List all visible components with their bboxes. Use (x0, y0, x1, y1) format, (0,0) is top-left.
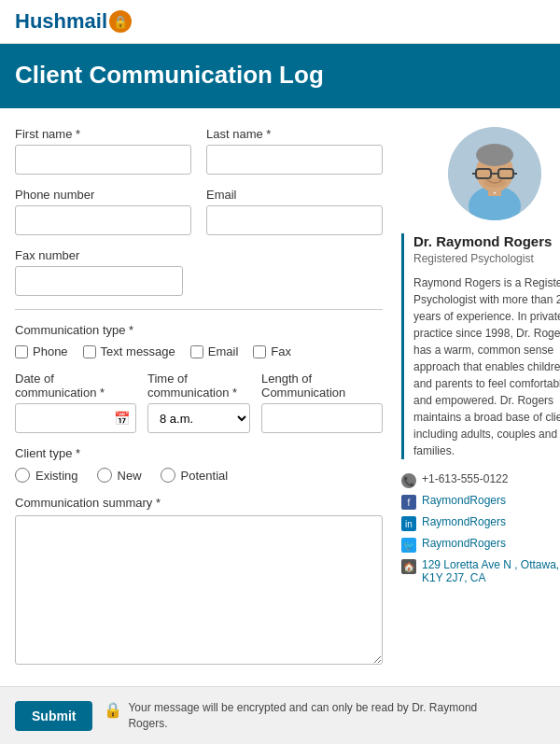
length-group: Length of Communication (261, 372, 383, 433)
phone-number: +1-613-555-0122 (422, 472, 508, 485)
radio-existing-label: Existing (35, 469, 78, 483)
lock-icon: 🔒 (104, 700, 122, 721)
phone-label: Phone number (15, 188, 191, 202)
avatar (448, 127, 541, 220)
linkedin-link[interactable]: RaymondRogers (422, 515, 506, 528)
checkbox-phone[interactable]: Phone (15, 344, 68, 358)
facebook-link[interactable]: RaymondRogers (422, 494, 506, 507)
name-row: First name * Last name * (15, 127, 383, 175)
client-type-radios: Existing New Potential (15, 468, 383, 483)
doctor-bio: Raymond Rogers is a Registered Psycholog… (413, 274, 560, 459)
client-type-section: Client type * Existing New Potential (15, 446, 383, 483)
fax-row: Fax number (15, 248, 383, 296)
header: Hushmail🔒 (0, 0, 560, 44)
first-name-label: First name * (15, 127, 191, 141)
twitter-link[interactable]: RaymondRogers (422, 537, 506, 550)
first-name-group: First name * (15, 127, 191, 175)
client-type-label: Client type * (15, 446, 383, 460)
fax-input[interactable] (15, 266, 183, 296)
checkbox-email[interactable]: Email (190, 344, 239, 358)
checkbox-email-label: Email (208, 344, 239, 358)
encrypt-note-text: Your message will be encrypted and can o… (128, 700, 496, 732)
logo-text: Hushmail (15, 9, 107, 34)
time-select-wrapper[interactable]: 8 a.m. 9 a.m. 10 a.m. 11 a.m. 12 p.m. 1 … (147, 403, 250, 433)
fax-group: Fax number (15, 248, 383, 296)
summary-label: Communication summary * (15, 496, 383, 510)
length-label: Length of Communication (261, 372, 383, 400)
address-link[interactable]: 129 Loretta Ave N , Ottawa, ON, K1Y 2J7,… (422, 558, 560, 584)
main-content: First name * Last name * Phone number Em… (0, 108, 560, 686)
first-name-input[interactable] (15, 145, 191, 175)
summary-textarea[interactable] (15, 515, 383, 665)
radio-potential-input[interactable] (161, 468, 175, 483)
date-input-wrapper[interactable]: 📅 (15, 403, 136, 433)
checkbox-email-input[interactable] (190, 345, 203, 358)
checkbox-fax[interactable]: Fax (253, 344, 291, 358)
datetime-row: Date of communication * 📅 Time of commun… (15, 372, 383, 433)
phone-email-row: Phone number Email (15, 188, 383, 235)
section-divider (15, 309, 383, 310)
contact-address: 🏠 129 Loretta Ave N , Ottawa, ON, K1Y 2J… (401, 558, 560, 584)
doctor-name: Dr. Raymond Rogers (413, 233, 560, 249)
summary-section: Communication summary * (15, 496, 383, 667)
svg-point-11 (483, 178, 506, 188)
sidebar: Dr. Raymond Rogers Registered Psychologi… (401, 127, 560, 667)
facebook-icon: f (401, 495, 416, 510)
address-icon: 🏠 (401, 559, 416, 574)
encrypt-note: 🔒 Your message will be encrypted and can… (104, 700, 496, 732)
date-group: Date of communication * 📅 (15, 372, 136, 433)
time-select[interactable]: 8 a.m. 9 a.m. 10 a.m. 11 a.m. 12 p.m. 1 … (148, 404, 249, 432)
contact-phone: 📞 +1-613-555-0122 (401, 472, 560, 488)
contact-list: 📞 +1-613-555-0122 f RaymondRogers in Ray… (401, 472, 560, 584)
comm-type-checkboxes: Phone Text message Email Fax (15, 344, 383, 358)
radio-new-label: New (118, 469, 142, 483)
checkbox-phone-input[interactable] (15, 345, 28, 358)
radio-existing-input[interactable] (15, 468, 30, 483)
contact-twitter: 🐦 RaymondRogers (401, 537, 560, 553)
radio-existing[interactable]: Existing (15, 468, 78, 483)
email-group: Email (206, 188, 383, 235)
email-input[interactable] (206, 205, 383, 235)
linkedin-icon: in (401, 516, 416, 531)
form-footer: Submit 🔒 Your message will be encrypted … (0, 686, 560, 744)
length-input[interactable] (261, 403, 383, 433)
last-name-group: Last name * (206, 127, 383, 175)
time-group: Time of communication * 8 a.m. 9 a.m. 10… (147, 372, 250, 433)
checkbox-phone-label: Phone (33, 344, 68, 358)
radio-new[interactable]: New (97, 468, 142, 483)
phone-icon: 📞 (401, 473, 416, 488)
date-label: Date of communication * (15, 372, 136, 400)
fax-label: Fax number (15, 248, 383, 262)
doctor-info-block: Dr. Raymond Rogers Registered Psychologi… (401, 233, 560, 459)
page-title: Client Communication Log (15, 61, 545, 90)
submit-button[interactable]: Submit (15, 701, 92, 731)
time-label: Time of communication * (147, 372, 250, 400)
checkbox-fax-input[interactable] (253, 345, 266, 358)
checkbox-text-input[interactable] (83, 345, 96, 358)
radio-potential-label: Potential (181, 469, 229, 483)
avatar-svg (448, 127, 541, 220)
checkbox-text[interactable]: Text message (83, 344, 175, 358)
contact-linkedin: in RaymondRogers (401, 515, 560, 531)
phone-group: Phone number (15, 188, 191, 235)
radio-new-input[interactable] (97, 468, 112, 483)
title-bar: Client Communication Log (0, 44, 560, 108)
last-name-label: Last name * (206, 127, 383, 141)
date-input[interactable] (21, 412, 114, 426)
email-label: Email (206, 188, 383, 202)
twitter-icon: 🐦 (401, 538, 416, 553)
logo-icon: 🔒 (109, 10, 132, 33)
checkbox-text-label: Text message (101, 344, 175, 358)
checkbox-fax-label: Fax (271, 344, 291, 358)
last-name-input[interactable] (206, 145, 383, 175)
phone-input[interactable] (15, 205, 191, 235)
doctor-title: Registered Psychologist (413, 252, 560, 265)
calendar-icon: 📅 (114, 411, 130, 426)
comm-type-label: Communication type * (15, 323, 383, 337)
avatar-container (401, 127, 560, 220)
form-section: First name * Last name * Phone number Em… (15, 127, 401, 667)
radio-potential[interactable]: Potential (161, 468, 229, 483)
contact-facebook: f RaymondRogers (401, 494, 560, 510)
svg-point-5 (476, 144, 513, 166)
comm-type-section: Communication type * Phone Text message … (15, 323, 383, 358)
